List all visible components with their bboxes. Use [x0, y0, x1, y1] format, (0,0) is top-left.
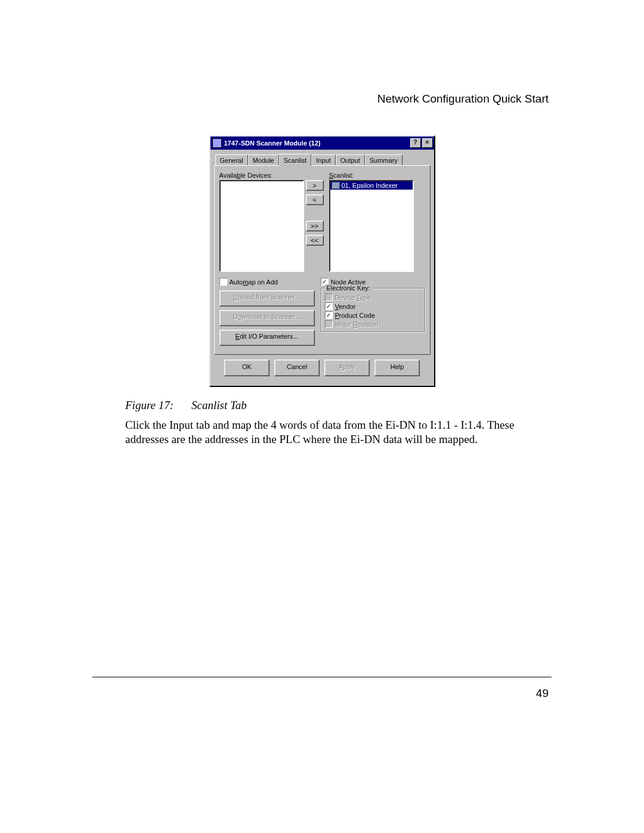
download-to-scanner-button[interactable]: Download to Scanner... — [219, 310, 315, 326]
help-icon[interactable]: ? — [410, 138, 421, 148]
vendor-checkbox[interactable]: ✓ — [325, 302, 333, 310]
device-icon — [332, 182, 340, 189]
tab-module[interactable]: Module — [248, 154, 279, 166]
available-devices-label: Available Devices: — [219, 172, 304, 179]
ok-button[interactable]: OK — [224, 360, 270, 376]
list-item-label: 01, Epsilon Indexer — [342, 182, 398, 189]
tab-input[interactable]: Input — [311, 154, 335, 166]
product-code-label: Product Code — [335, 312, 375, 319]
electronic-key-group: Electronic Key: Device Type ✓ — [321, 288, 425, 332]
major-revision-label: Major Revision — [335, 321, 379, 328]
body-paragraph: Click the Input tab and map the 4 words … — [92, 418, 552, 447]
available-devices-list[interactable] — [219, 180, 304, 272]
tab-output[interactable]: Output — [336, 154, 365, 166]
list-item[interactable]: 01, Epsilon Indexer — [330, 181, 413, 190]
apply-button[interactable]: Apply — [324, 360, 370, 376]
device-type-checkbox — [325, 293, 333, 301]
dialog-title: 1747-SDN Scanner Module (12) — [224, 140, 409, 147]
vendor-label: Vendor — [335, 303, 356, 310]
product-code-checkbox[interactable]: ✓ — [325, 311, 333, 319]
automap-label: Automap on Add — [230, 278, 278, 286]
add-all-button[interactable]: >> — [306, 221, 324, 231]
device-type-row: Device Type — [325, 293, 421, 301]
figure-caption: Figure 17:Scanlist Tab — [92, 399, 552, 412]
page-number: 49 — [536, 687, 549, 700]
scanlist-label: Scanlist: — [329, 172, 414, 179]
tab-general[interactable]: General — [215, 154, 248, 166]
tab-scanlist[interactable]: Scanlist — [279, 154, 312, 166]
edit-io-parameters-button[interactable]: Edit I/O Parameters... — [219, 330, 315, 346]
dialog-button-row: OK Cancel Apply Help — [214, 355, 431, 382]
automap-checkbox[interactable] — [219, 278, 227, 286]
dialog-titlebar: 1747-SDN Scanner Module (12) ? × — [210, 137, 434, 150]
major-revision-row: Major Revision — [325, 320, 421, 328]
automap-checkbox-row[interactable]: Automap on Add — [219, 278, 321, 286]
major-revision-checkbox — [325, 320, 333, 328]
remove-all-button[interactable]: << — [306, 235, 324, 246]
upload-from-scanner-button[interactable]: Upload from Scanner... — [219, 290, 315, 306]
add-button[interactable]: > — [306, 180, 324, 191]
close-icon[interactable]: × — [422, 138, 433, 148]
remove-button[interactable]: < — [306, 194, 324, 205]
dialog-icon — [212, 138, 222, 148]
footer-rule — [92, 677, 552, 677]
device-type-label: Device Type — [335, 294, 371, 301]
electronic-key-label: Electronic Key: — [325, 284, 372, 292]
tab-strip: General Module Scanlist Input Output Sum… — [215, 154, 431, 166]
scanlist-panel: Available Devices: > < >> << — [214, 165, 431, 355]
cancel-button[interactable]: Cancel — [274, 360, 320, 376]
tab-summary[interactable]: Summary — [365, 154, 402, 166]
help-button[interactable]: Help — [374, 360, 420, 376]
scanner-module-dialog: 1747-SDN Scanner Module (12) ? × General… — [209, 135, 435, 387]
product-code-row[interactable]: ✓ Product Code — [325, 311, 421, 319]
vendor-row[interactable]: ✓ Vendor — [325, 302, 421, 310]
section-header: Network Configuration Quick Start — [92, 92, 552, 106]
scanlist-list[interactable]: 01, Epsilon Indexer — [329, 180, 414, 272]
